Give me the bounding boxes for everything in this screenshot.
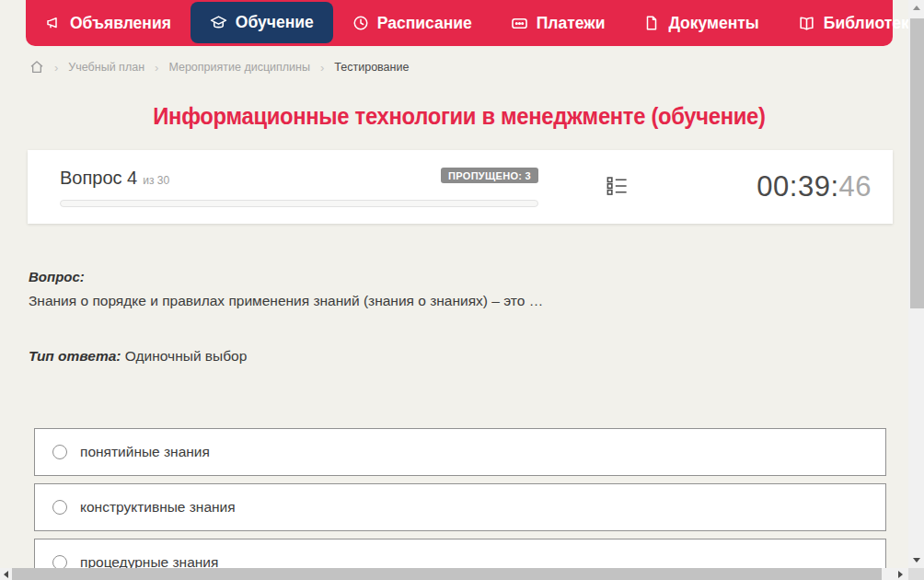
- timer-seconds: 46: [839, 170, 872, 203]
- vertical-scrollbar[interactable]: [908, 0, 924, 568]
- breadcrumb: › Учебный план › Мероприятие дисциплины …: [29, 58, 409, 76]
- scroll-right-icon[interactable]: [893, 568, 908, 580]
- skipped-badge: ПРОПУЩЕНО: 3: [441, 168, 538, 183]
- question-heading: Вопрос:: [29, 269, 85, 284]
- scroll-left-icon[interactable]: [0, 568, 12, 580]
- nav-tab-label: Библиотека: [824, 14, 918, 33]
- nav-tab-label: Документы: [668, 14, 758, 33]
- breadcrumb-link-discipline-event[interactable]: Мероприятие дисциплины: [168, 61, 310, 74]
- document-icon: [643, 15, 660, 31]
- megaphone-icon: [45, 15, 62, 31]
- timer-minutes: 00:39:: [757, 170, 838, 203]
- horizontal-scrollbar-thumb[interactable]: [12, 568, 882, 580]
- answer-options: понятийные знания конструктивные знания …: [34, 428, 886, 580]
- question-list-button[interactable]: [605, 173, 629, 202]
- scroll-up-icon[interactable]: [908, 0, 924, 16]
- question-number: Вопрос 4: [60, 168, 137, 189]
- page-title: Информационные технологии в менеджменте …: [48, 103, 872, 130]
- radio-icon[interactable]: [52, 445, 67, 459]
- nav-tab-payments[interactable]: Платежи: [491, 0, 625, 46]
- vertical-scrollbar-thumb[interactable]: [910, 18, 924, 308]
- graduation-cap-icon: [210, 14, 227, 31]
- chevron-right-icon: ›: [54, 61, 58, 75]
- answer-type-label: Тип ответа:: [29, 348, 121, 364]
- radio-icon[interactable]: [52, 500, 67, 515]
- horizontal-scrollbar[interactable]: [0, 568, 908, 580]
- nav-tab-library[interactable]: Библиотека: [779, 0, 924, 46]
- timer: 00:39:46: [757, 170, 872, 203]
- question-text: Знания о порядке и правилах применения з…: [29, 293, 543, 309]
- payment-icon: [511, 15, 528, 32]
- book-icon: [798, 15, 815, 32]
- answer-option-2[interactable]: конструктивные знания: [34, 483, 886, 531]
- breadcrumb-current-testing: Тестирование: [334, 61, 409, 74]
- nav-tab-label: Платежи: [537, 14, 606, 33]
- quiz-header-card: Вопрос 4 из 30 ПРОПУЩЕНО: 3 00:39:46: [28, 150, 893, 224]
- nav-tab-documents[interactable]: Документы: [624, 0, 778, 46]
- clock-icon: [352, 15, 369, 31]
- nav-tab-announcements[interactable]: Объявления: [26, 0, 191, 46]
- nav-tab-learning[interactable]: Обучение: [191, 2, 333, 43]
- question-total: из 30: [143, 174, 169, 187]
- nav-tab-label: Расписание: [377, 14, 472, 33]
- answer-type: Тип ответа: Одиночный выбор: [29, 348, 247, 365]
- chevron-right-icon: ›: [155, 61, 158, 75]
- progress-bar: [60, 200, 538, 207]
- home-icon[interactable]: [29, 60, 44, 75]
- main-nav: Объявления Обучение Расписание Платежи Д…: [26, 0, 893, 46]
- quiz-page: Объявления Обучение Расписание Платежи Д…: [0, 0, 924, 580]
- chevron-right-icon: ›: [320, 61, 324, 75]
- scroll-down-icon[interactable]: [908, 552, 924, 568]
- nav-tab-label: Объявления: [70, 14, 171, 33]
- scrollbar-corner: [908, 568, 924, 580]
- answer-option-label: конструктивные знания: [80, 499, 236, 516]
- answer-option-1[interactable]: понятийные знания: [34, 428, 886, 476]
- question-list-icon: [605, 173, 629, 202]
- question-progress-block: Вопрос 4 из 30 ПРОПУЩЕНО: 3: [60, 168, 538, 207]
- nav-tab-schedule[interactable]: Расписание: [333, 0, 491, 46]
- answer-option-label: понятийные знания: [80, 444, 210, 460]
- breadcrumb-link-curriculum[interactable]: Учебный план: [68, 61, 144, 74]
- answer-type-value: Одиночный выбор: [125, 348, 248, 364]
- nav-tab-label: Обучение: [236, 13, 314, 32]
